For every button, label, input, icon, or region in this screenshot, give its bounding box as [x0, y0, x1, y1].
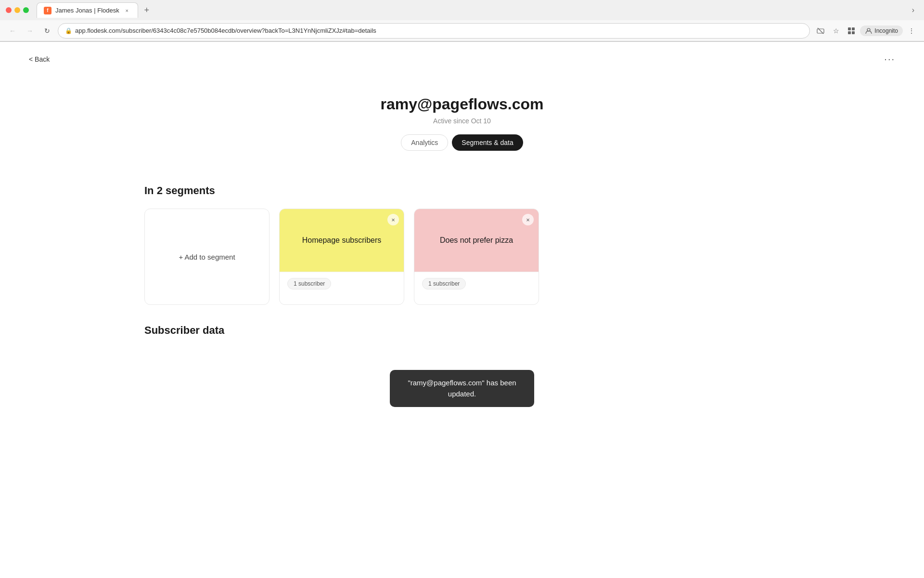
segment-footer-pizza: 1 subscriber: [414, 272, 539, 295]
segment-card-homepage: × Homepage subscribers 1 subscriber: [279, 209, 404, 305]
window-close-button[interactable]: [6, 7, 12, 13]
browser-titlebar: f James Jonas | Flodesk × + ›: [0, 0, 924, 20]
window-maximize-button[interactable]: [23, 7, 29, 13]
subscriber-email: ramy@pageflows.com: [0, 95, 924, 113]
forward-button[interactable]: →: [23, 24, 37, 38]
svg-rect-4: [848, 31, 851, 34]
address-input[interactable]: [75, 27, 803, 34]
segment-name-homepage: Homepage subscribers: [295, 236, 389, 245]
subscriber-count-homepage: 1 subscriber: [287, 278, 331, 289]
address-bar: 🔒: [58, 23, 810, 39]
segment-footer-homepage: 1 subscriber: [280, 272, 404, 295]
page-header: < Back ···: [0, 42, 924, 76]
tab-close-button[interactable]: ×: [123, 7, 131, 14]
segments-title: In 2 segments: [144, 184, 780, 197]
svg-rect-5: [852, 31, 855, 34]
new-tab-button[interactable]: +: [140, 3, 154, 17]
tab-favicon: f: [44, 7, 51, 14]
segments-section: In 2 segments + Add to segment × Homepag…: [0, 165, 924, 305]
incognito-badge[interactable]: Incognito: [860, 26, 903, 36]
browser-toolbar: ← → ↻ 🔒 ☆: [0, 20, 924, 41]
window-minimize-button[interactable]: [14, 7, 20, 13]
incognito-icon: [865, 27, 873, 35]
segment-name-pizza: Does not prefer pizza: [432, 236, 521, 245]
subscriber-since: Active since Oct 10: [0, 117, 924, 125]
subscriber-data-title: Subscriber data: [144, 324, 780, 337]
more-options-button[interactable]: ···: [884, 53, 895, 65]
subscriber-data-section: Subscriber data: [0, 305, 924, 337]
browser-more-button[interactable]: ⋮: [905, 24, 918, 38]
subscriber-hero: ramy@pageflows.com Active since Oct 10 A…: [0, 76, 924, 165]
segments-grid: + Add to segment × Homepage subscribers …: [144, 209, 780, 305]
segment-card-pizza: × Does not prefer pizza 1 subscriber: [414, 209, 539, 305]
chevron-right-icon: ›: [912, 6, 914, 14]
back-link[interactable]: < Back: [29, 55, 50, 63]
segment-remove-pizza-button[interactable]: ×: [522, 214, 534, 225]
grid-icon: [847, 27, 855, 35]
window-controls: [6, 7, 29, 13]
tab-title: James Jonas | Flodesk: [55, 7, 119, 14]
refresh-button[interactable]: ↻: [40, 24, 54, 38]
browser-tab[interactable]: f James Jonas | Flodesk ×: [37, 2, 138, 18]
camera-off-icon: [817, 27, 824, 35]
back-button[interactable]: ←: [6, 24, 19, 38]
page-content: < Back ··· ramy@pageflows.com Active sin…: [0, 42, 924, 561]
svg-rect-3: [852, 27, 855, 30]
bookmark-button[interactable]: ☆: [829, 24, 843, 38]
svg-rect-2: [848, 27, 851, 30]
tab-analytics[interactable]: Analytics: [401, 134, 448, 151]
subscriber-count-pizza: 1 subscriber: [422, 278, 466, 289]
add-to-segment-label: + Add to segment: [179, 253, 235, 261]
add-segment-card[interactable]: + Add to segment: [144, 209, 270, 305]
toolbar-right: ☆ Incognito ⋮: [814, 24, 918, 38]
segment-remove-homepage-button[interactable]: ×: [387, 214, 399, 225]
toast-message: "ramy@pageflows.com" has been updated.: [408, 379, 516, 398]
toast-notification: "ramy@pageflows.com" has been updated.: [390, 370, 534, 407]
browser-chrome: f James Jonas | Flodesk × + › ← → ↻ 🔒 ☆: [0, 0, 924, 42]
tab-segments-data[interactable]: Segments & data: [452, 134, 523, 151]
incognito-label: Incognito: [874, 27, 898, 34]
tab-navigation: Analytics Segments & data: [0, 134, 924, 151]
segment-color-block-homepage: × Homepage subscribers: [280, 209, 404, 272]
grid-button[interactable]: [845, 24, 858, 38]
segment-color-block-pizza: × Does not prefer pizza: [414, 209, 539, 272]
lock-icon: 🔒: [65, 27, 72, 34]
camera-off-button[interactable]: [814, 24, 827, 38]
tab-bar: f James Jonas | Flodesk × + ›: [33, 1, 918, 19]
